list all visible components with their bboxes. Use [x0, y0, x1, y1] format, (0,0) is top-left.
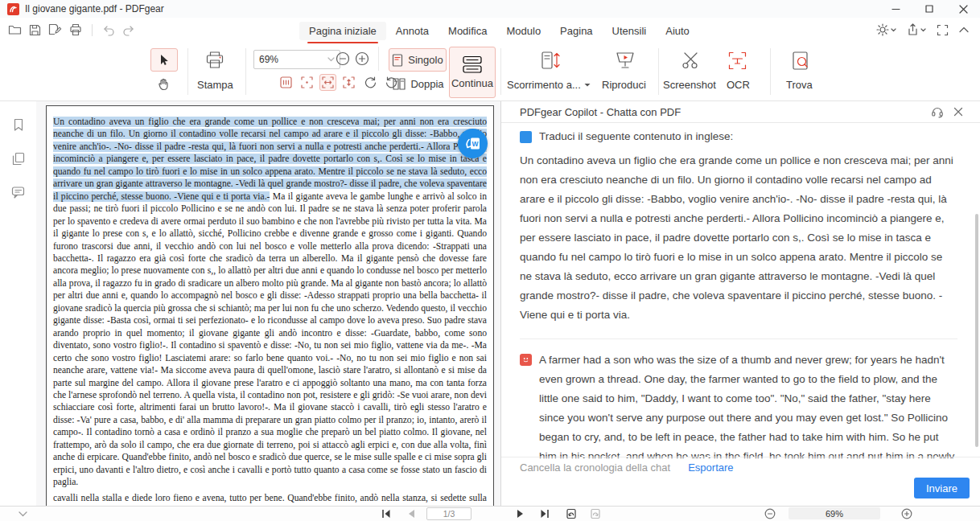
page-paragraph: Un contadino aveva un figlio che era gra… [53, 116, 487, 489]
double-page-button[interactable]: Doppia [390, 74, 447, 93]
export-chat-link[interactable]: Esportare [688, 462, 733, 474]
pdfgear-logo-icon [7, 3, 19, 15]
tab-modulo[interactable]: Modulo [496, 22, 550, 40]
theme-button[interactable] [876, 23, 896, 36]
share-button[interactable] [907, 23, 926, 36]
caret-down-icon [891, 28, 896, 32]
copilot-header: PDFgear Copilot - Chatta con PDF [501, 101, 980, 123]
find-label[interactable]: Trova [786, 79, 813, 91]
chat-scrollbar[interactable] [975, 214, 978, 447]
bookmarks-panel-button[interactable] [0, 111, 36, 138]
close-copilot-icon[interactable] [948, 103, 969, 121]
convert-to-word-button[interactable]: W [458, 129, 488, 158]
caret-down-icon [920, 28, 926, 32]
page-thumbnails-button[interactable] [0, 145, 36, 172]
paragraph-text: Ma il gigante aveva le gambe lunghe e ar… [53, 191, 487, 487]
rotate-left-icon[interactable] [362, 74, 378, 90]
single-page-button[interactable]: Singolo [389, 48, 447, 72]
fit-visible-view-icon[interactable] [340, 74, 357, 91]
tab-aiuto[interactable]: Aiuto [656, 22, 699, 40]
ocr-label[interactable]: OCR [727, 79, 750, 91]
scroll-mode-label[interactable]: Scorrimento a... [507, 79, 581, 91]
message-divider [520, 338, 957, 339]
copilot-title: PDFgear Copilot - Chatta con PDF [520, 106, 927, 118]
window-title: Il giovane gigante.pdf - PDFgear [25, 3, 164, 14]
caret-down-icon [584, 83, 591, 88]
document-viewport[interactable]: Un contadino aveva un figlio che era gra… [36, 101, 500, 507]
save-icon[interactable] [29, 24, 41, 36]
play-presentation-icon[interactable] [613, 48, 637, 72]
print-icon[interactable] [69, 23, 82, 36]
zoom-level-select[interactable]: 69% [253, 50, 340, 69]
collapse-sidebar-icon[interactable] [14, 507, 31, 521]
last-page-button[interactable] [536, 507, 554, 521]
statusbar-zoom-out-button[interactable] [761, 507, 779, 521]
screenshot-icon[interactable] [678, 48, 702, 72]
find-icon[interactable] [789, 48, 813, 72]
divider [92, 24, 93, 36]
support-headset-icon[interactable] [927, 103, 948, 121]
selected-text: Un contadino aveva un figlio che era gra… [53, 117, 487, 202]
statusbar-zoom-level[interactable]: 69% [789, 507, 880, 519]
assistant-response: A farmer had a son who was the size of a… [539, 351, 957, 458]
pdf-page[interactable]: Un contadino aveva un figlio che era gra… [46, 105, 494, 507]
actual-size-view-icon[interactable] [278, 74, 294, 91]
undo-icon[interactable] [102, 24, 115, 36]
maximize-button[interactable] [912, 0, 946, 18]
ocr-icon[interactable] [725, 48, 749, 72]
tab-pagina-iniziale[interactable]: Pagina iniziale [299, 22, 386, 40]
tab-utensili[interactable]: Utensili [603, 22, 657, 40]
comments-panel-button[interactable] [0, 178, 36, 206]
minimize-button[interactable] [879, 0, 912, 18]
save-as-icon[interactable] [48, 23, 62, 36]
chat-input[interactable] [509, 478, 904, 500]
copilot-panel: PDFgear Copilot - Chatta con PDF Traduci… [500, 101, 980, 507]
titlebar: Il giovane gigante.pdf - PDFgear [0, 0, 980, 18]
scroll-mode-icon[interactable] [537, 48, 563, 72]
first-page-button[interactable] [377, 507, 394, 521]
clear-chat-history-button[interactable]: Cancella la cronologia della chat [520, 462, 670, 474]
statusbar-zoom-in-button[interactable] [898, 507, 916, 521]
zoom-in-button[interactable] [354, 51, 370, 67]
redo-icon[interactable] [122, 24, 135, 36]
close-button[interactable] [946, 0, 980, 18]
statusbar: 1/3 69% [0, 506, 980, 521]
previous-page-button[interactable] [402, 507, 420, 521]
print-button-label[interactable]: Stampa [197, 79, 233, 91]
word-badge: W [471, 139, 479, 147]
tab-annota[interactable]: Annota [386, 22, 439, 40]
send-button[interactable]: Inviare [914, 478, 970, 498]
continuous-view-button[interactable]: Continua [449, 47, 496, 98]
hand-tool-button[interactable] [154, 74, 173, 93]
fullscreen-button[interactable] [937, 24, 949, 36]
fit-width-view-icon[interactable] [319, 74, 336, 91]
page-indicator-input[interactable]: 1/3 [426, 507, 471, 520]
chat-footer: Cancella la cronologia della chat Esport… [501, 457, 980, 478]
fit-page-view-icon[interactable] [299, 74, 315, 91]
play-label[interactable]: Riproduci [602, 79, 646, 91]
tab-modifica[interactable]: Modifica [439, 22, 496, 40]
ribbon: Pagina iniziale Annota Modifica Modulo P… [0, 18, 980, 101]
ribbon-tabs: Pagina iniziale Annota Modifica Modulo P… [299, 22, 699, 40]
print-button-icon[interactable] [203, 48, 227, 72]
assistant-avatar [520, 354, 532, 366]
next-view-button[interactable] [586, 507, 605, 521]
next-page-button[interactable] [512, 507, 529, 521]
page-paragraph: cavalli nella stalla e diede loro fieno … [53, 492, 487, 507]
tab-pagina[interactable]: Pagina [550, 22, 602, 40]
open-file-icon[interactable] [8, 23, 22, 36]
zoom-out-button[interactable] [335, 51, 351, 67]
left-sidebar [0, 101, 36, 507]
user-prompt-body: Un contadino aveva un figlio che era gra… [520, 151, 957, 325]
collapse-ribbon-button[interactable] [959, 27, 969, 33]
previous-view-button[interactable] [562, 507, 581, 521]
user-prompt-label: Traduci il seguente contenuto in inglese… [539, 127, 733, 146]
select-tool-button[interactable] [150, 48, 178, 72]
screenshot-label[interactable]: Screenshot [663, 79, 716, 91]
caret-down-icon [327, 57, 335, 62]
user-avatar [520, 131, 532, 143]
chat-history[interactable]: Traduci il seguente contenuto in inglese… [501, 122, 972, 458]
